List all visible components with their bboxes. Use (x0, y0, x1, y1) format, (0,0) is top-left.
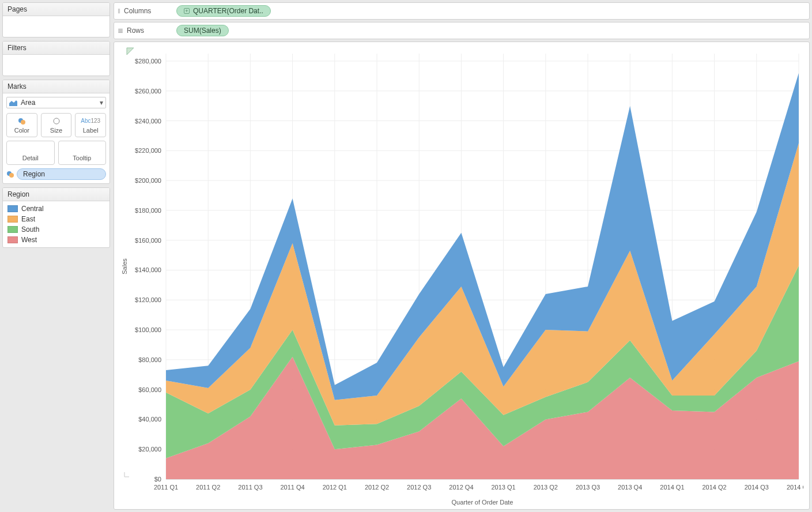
chevron-down-icon: ▾ (100, 99, 103, 107)
svg-point-4 (9, 173, 14, 178)
legend-item[interactable]: South (3, 224, 109, 235)
rows-pill[interactable]: SUM(Sales) (176, 25, 229, 36)
rows-pill-label: SUM(Sales) (184, 27, 221, 35)
svg-text:2013 Q1: 2013 Q1 (491, 484, 515, 491)
svg-text:$40,000: $40,000 (138, 416, 161, 423)
marks-size-label: Size (50, 127, 62, 134)
svg-text:2013 Q3: 2013 Q3 (576, 484, 600, 491)
marks-size-button[interactable]: Size (41, 113, 72, 137)
filters-title: Filters (3, 42, 109, 55)
svg-text:2012 Q3: 2012 Q3 (407, 484, 431, 491)
marks-label-text: Label (83, 127, 99, 134)
svg-text:2014 Q4: 2014 Q4 (787, 484, 803, 491)
legend-swatch (7, 236, 18, 243)
filters-shelf[interactable]: Filters (2, 41, 110, 76)
svg-text:$200,000: $200,000 (135, 177, 161, 184)
svg-text:2012 Q2: 2012 Q2 (365, 484, 389, 491)
svg-text:$260,000: $260,000 (135, 88, 161, 95)
mark-type-label: Area (21, 99, 35, 107)
svg-text:2011 Q3: 2011 Q3 (238, 484, 262, 491)
legend-item[interactable]: Central (3, 204, 109, 214)
chart-area[interactable]: $0$20,000$40,000$60,000$80,000$100,000$1… (114, 42, 810, 510)
pages-title: Pages (3, 3, 109, 16)
size-icon (52, 116, 61, 126)
area-icon (9, 99, 17, 106)
svg-text:$160,000: $160,000 (135, 237, 161, 244)
columns-pill-label: QUARTER(Order Dat.. (193, 7, 263, 15)
legend-swatch (7, 226, 18, 233)
marks-tooltip-button[interactable]: Tooltip (58, 141, 107, 165)
svg-text:2013 Q4: 2013 Q4 (618, 484, 642, 491)
marks-tooltip-label: Tooltip (73, 155, 91, 161)
marks-card: Marks Area ▾ Color Size Abc123 (2, 80, 110, 184)
tooltip-icon (81, 144, 83, 153)
svg-text:$280,000: $280,000 (135, 58, 161, 65)
svg-text:$100,000: $100,000 (135, 326, 161, 333)
rows-label: Rows (127, 27, 144, 35)
svg-text:$60,000: $60,000 (138, 386, 161, 393)
pages-drop-area[interactable] (3, 16, 109, 37)
svg-text:2012 Q4: 2012 Q4 (449, 484, 473, 491)
marks-title: Marks (3, 80, 109, 93)
marks-color-field-pill[interactable]: Region (17, 168, 106, 180)
svg-text:$80,000: $80,000 (138, 356, 161, 363)
svg-text:2013 Q2: 2013 Q2 (534, 484, 558, 491)
svg-text:2011 Q1: 2011 Q1 (154, 484, 178, 491)
svg-text:Quarter of Order Date: Quarter of Order Date (452, 499, 513, 506)
svg-text:2011 Q4: 2011 Q4 (280, 484, 304, 491)
legend-title: Region (3, 188, 109, 201)
svg-text:$0: $0 (154, 476, 161, 483)
legend-item[interactable]: East (3, 214, 109, 224)
expand-icon: + (184, 8, 190, 14)
svg-text:2014 Q1: 2014 Q1 (660, 484, 684, 491)
svg-text:Sales: Sales (121, 258, 128, 274)
color-icon (6, 170, 14, 178)
legend-item[interactable]: West (3, 235, 109, 245)
marks-label-button[interactable]: Abc123 Label (75, 113, 106, 137)
filters-drop-area[interactable] (3, 55, 109, 76)
marks-detail-label: Detail (22, 155, 39, 161)
marks-color-field-label: Region (23, 170, 45, 178)
stacked-area-chart: $0$20,000$40,000$60,000$80,000$100,000$1… (118, 46, 803, 509)
columns-pill[interactable]: + QUARTER(Order Dat.. (176, 5, 271, 17)
svg-text:$20,000: $20,000 (138, 446, 161, 453)
svg-text:2014 Q3: 2014 Q3 (745, 484, 769, 491)
legend-card: Region CentralEastSouthWest (2, 187, 110, 248)
legend-swatch (7, 205, 18, 212)
marks-detail-button[interactable]: Detail (6, 141, 55, 165)
svg-text:2012 Q1: 2012 Q1 (323, 484, 347, 491)
pages-shelf[interactable]: Pages (2, 2, 110, 37)
svg-text:$220,000: $220,000 (135, 147, 161, 154)
columns-icon: ⦀ (118, 7, 120, 15)
color-icon (18, 116, 26, 126)
detail-icon (29, 144, 31, 153)
legend-label: Central (21, 205, 44, 213)
svg-text:$140,000: $140,000 (135, 266, 161, 273)
svg-text:$240,000: $240,000 (135, 118, 161, 125)
svg-text:2014 Q2: 2014 Q2 (702, 484, 726, 491)
marks-color-label: Color (14, 127, 29, 134)
legend-swatch (7, 216, 18, 223)
columns-shelf[interactable]: ⦀ Columns + QUARTER(Order Dat.. (114, 2, 810, 20)
legend-label: East (21, 215, 35, 223)
svg-point-1 (21, 120, 25, 125)
legend-label: South (21, 225, 39, 234)
label-icon: Abc123 (81, 116, 100, 126)
rows-shelf[interactable]: ≣ Rows SUM(Sales) (114, 22, 810, 39)
svg-point-2 (54, 118, 59, 124)
columns-label: Columns (124, 7, 151, 15)
marks-color-button[interactable]: Color (6, 113, 37, 137)
svg-text:$180,000: $180,000 (135, 207, 161, 214)
rows-icon: ≣ (118, 27, 123, 35)
mark-type-select[interactable]: Area ▾ (6, 97, 106, 108)
svg-text:$120,000: $120,000 (135, 296, 161, 303)
svg-text:2011 Q2: 2011 Q2 (196, 484, 220, 491)
legend-label: West (21, 236, 37, 244)
